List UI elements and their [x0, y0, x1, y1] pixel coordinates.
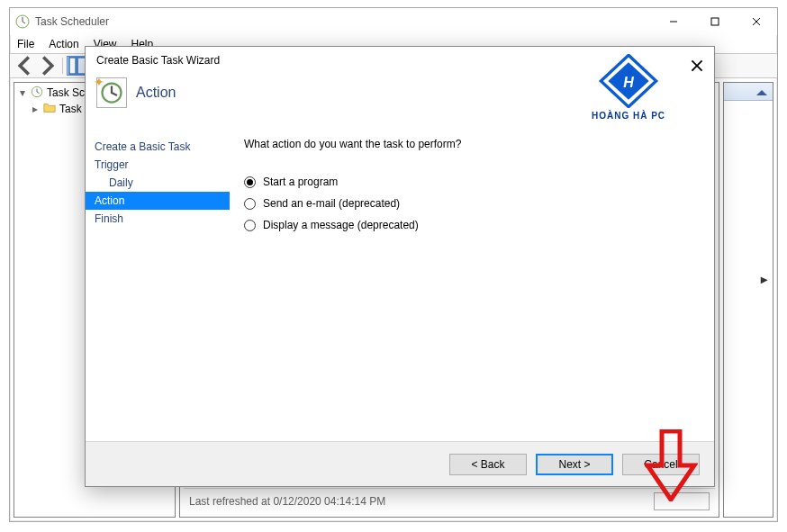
dialog-close-button[interactable] [689, 58, 705, 74]
cancel-button[interactable]: Cancel [622, 454, 700, 475]
step-action[interactable]: Action [86, 192, 230, 210]
nav-back-icon[interactable] [14, 56, 35, 76]
radio-display-message-label: Display a message (deprecated) [263, 219, 419, 231]
radio-icon [244, 198, 256, 210]
back-button[interactable]: < Back [449, 454, 527, 475]
next-button[interactable]: Next > [536, 454, 613, 475]
actions-pane: ▸ [723, 82, 773, 518]
refresh-button[interactable] [654, 492, 710, 510]
radio-display-message[interactable]: Display a message (deprecated) [244, 219, 700, 231]
center-footer: Last refreshed at 0/12/2020 04:14:14 PM [184, 488, 715, 513]
brand-logo: H HOÀNG HÀ PC [579, 54, 678, 121]
step-finish[interactable]: Finish [86, 210, 230, 228]
dialog-footer: < Back Next > Cancel [86, 441, 714, 486]
create-basic-task-wizard-dialog: Create Basic Task Wizard H HOÀNG HÀ PC ✦… [85, 46, 715, 487]
chevron-down-icon[interactable]: ▾ [18, 86, 27, 99]
step-trigger[interactable]: Trigger [86, 156, 230, 174]
collapse-arrow-icon[interactable] [756, 85, 767, 95]
titlebar: Task Scheduler [10, 8, 777, 35]
scheduler-wizard-icon: ✦ [96, 77, 127, 108]
toolbar-separator [62, 58, 63, 74]
minimize-button[interactable] [653, 8, 694, 35]
svg-text:H: H [623, 75, 634, 90]
svg-rect-2 [711, 18, 719, 25]
action-prompt: What action do you want the task to perf… [244, 138, 700, 150]
window-controls [653, 8, 777, 35]
chevron-right-icon[interactable]: ▸ [31, 103, 40, 115]
menu-file[interactable]: File [17, 35, 34, 53]
clock-icon [31, 86, 43, 101]
center-status-text: Last refreshed at 0/12/2020 04:14:14 PM [189, 495, 385, 508]
folder-icon [43, 102, 56, 117]
nav-forward-icon[interactable] [37, 56, 59, 76]
wizard-step-nav: Create a Basic Task Trigger Daily Action… [86, 132, 230, 441]
step-daily[interactable]: Daily [86, 174, 230, 192]
radio-send-email-label: Send an e-mail (deprecated) [263, 197, 400, 210]
brand-text: HOÀNG HÀ PC [579, 111, 678, 121]
maximize-button[interactable] [694, 8, 736, 35]
close-button[interactable] [736, 8, 777, 35]
svg-rect-5 [69, 58, 76, 74]
step-create-basic-task[interactable]: Create a Basic Task [86, 138, 230, 156]
radio-icon [244, 176, 256, 188]
clock-icon [15, 14, 30, 29]
radio-send-email[interactable]: Send an e-mail (deprecated) [244, 197, 700, 210]
wizard-step-title: Action [136, 85, 176, 101]
radio-start-program-label: Start a program [263, 176, 338, 188]
menu-action[interactable]: Action [49, 35, 78, 53]
radio-start-program[interactable]: Start a program [244, 176, 700, 188]
window-title: Task Scheduler [35, 15, 653, 28]
dialog-header: Create Basic Task Wizard H HOÀNG HÀ PC ✦… [86, 47, 714, 132]
dialog-body: Create a Basic Task Trigger Daily Action… [86, 132, 714, 441]
diamond-logo-icon: H [597, 54, 660, 108]
radio-icon [244, 220, 256, 231]
scroll-right-icon[interactable]: ▸ [761, 272, 767, 286]
wizard-step-content: What action do you want the task to perf… [230, 132, 714, 441]
